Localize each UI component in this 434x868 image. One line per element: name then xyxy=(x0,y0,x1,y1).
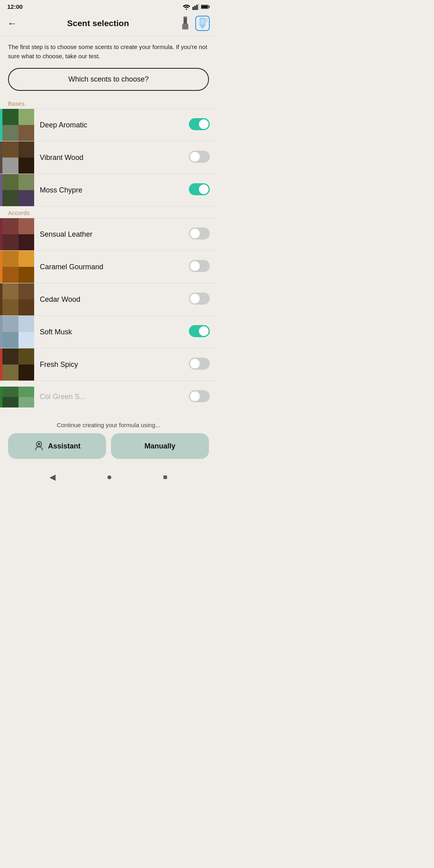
active-device-icon[interactable]: )) xyxy=(195,16,210,31)
scent-thumbnail xyxy=(0,109,34,141)
status-icons xyxy=(182,4,210,10)
toggle-cedar-wood[interactable] xyxy=(189,293,210,305)
svg-rect-4 xyxy=(198,4,199,10)
scent-thumbnail xyxy=(0,348,34,381)
scent-thumbnail xyxy=(0,283,34,315)
signal-icon xyxy=(192,4,199,10)
assistant-label: Assistant xyxy=(48,442,80,450)
svg-rect-6 xyxy=(209,6,209,7)
list-item: Vibrant Wood xyxy=(0,141,217,174)
manually-label: Manually xyxy=(144,442,175,450)
svg-point-0 xyxy=(186,8,187,10)
svg-rect-10 xyxy=(182,24,188,30)
toggle-fresh-spicy[interactable] xyxy=(189,358,210,370)
wifi-icon xyxy=(182,4,190,10)
scent-name: Cedar Wood xyxy=(34,295,189,304)
svg-rect-3 xyxy=(196,4,197,10)
toggle-deep-aromatic[interactable] xyxy=(189,118,210,130)
page-title: Scent selection xyxy=(17,18,179,28)
scent-thumbnail xyxy=(0,251,34,283)
list-item: Sensual Leather xyxy=(0,218,217,250)
toggle-sensual-leather[interactable] xyxy=(189,227,210,240)
list-item: Moss Chypre xyxy=(0,174,217,207)
svg-rect-1 xyxy=(192,7,194,10)
toggle-container[interactable] xyxy=(189,183,217,197)
svg-point-19 xyxy=(38,443,40,445)
list-item: Col Green S... xyxy=(0,381,217,413)
scent-name: Soft Musk xyxy=(34,328,189,336)
header-actions: )) xyxy=(179,16,210,31)
diffuser-device-icon[interactable] xyxy=(179,16,191,30)
toggle-soft-musk[interactable] xyxy=(189,325,210,337)
back-button[interactable]: ← xyxy=(7,18,17,29)
toggle-moss-chypre[interactable] xyxy=(189,183,210,195)
list-item: Fresh Spicy xyxy=(0,348,217,381)
header: ← Scent selection )) xyxy=(0,12,217,36)
nav-bar: ◀ ● ■ xyxy=(0,465,217,490)
svg-line-21 xyxy=(41,445,42,447)
accords-list: Sensual Leather Caramel Gourmand xyxy=(0,218,217,413)
toggle-container[interactable] xyxy=(189,151,217,164)
continue-text: Continue creating your formula using... xyxy=(8,417,209,433)
svg-rect-15 xyxy=(201,18,205,25)
svg-rect-2 xyxy=(194,6,196,10)
scent-thumbnail xyxy=(0,387,34,407)
toggle-container[interactable] xyxy=(189,260,217,274)
toggle-caramel-gourmand[interactable] xyxy=(189,260,210,272)
status-bar: 12:00 xyxy=(0,0,217,12)
nav-square-icon[interactable]: ■ xyxy=(163,473,168,481)
toggle-container[interactable] xyxy=(189,390,217,404)
battery-icon xyxy=(201,4,210,10)
scent-name: Col Green S... xyxy=(34,393,189,401)
bases-list: Deep Aromatic Vibrant Wood xyxy=(0,108,217,207)
toggle-container[interactable] xyxy=(189,227,217,241)
assistant-button[interactable]: Assistant xyxy=(8,433,106,459)
toggle-vibrant-wood[interactable] xyxy=(189,151,210,163)
svg-point-16 xyxy=(201,26,204,29)
scent-name: Caramel Gourmand xyxy=(34,263,189,271)
toggle-container[interactable] xyxy=(189,293,217,306)
toggle-container[interactable] xyxy=(189,358,217,371)
manually-button[interactable]: Manually xyxy=(111,433,209,459)
toggle-container[interactable] xyxy=(189,325,217,339)
nav-back-icon[interactable]: ◀ xyxy=(49,472,55,482)
scent-thumbnail xyxy=(0,141,34,174)
list-item: Caramel Gourmand xyxy=(0,250,217,283)
svg-text:)): )) xyxy=(206,18,208,22)
status-time: 12:00 xyxy=(7,3,23,10)
svg-rect-9 xyxy=(183,23,188,24)
toggle-col-green[interactable] xyxy=(189,390,210,402)
list-item: Deep Aromatic xyxy=(0,108,217,141)
scent-name: Moss Chypre xyxy=(34,186,189,194)
scent-thumbnail xyxy=(0,174,34,206)
which-scents-button[interactable]: Which scents to choose? xyxy=(8,68,209,91)
bottom-area: Continue creating your formula using... … xyxy=(0,413,217,465)
assistant-icon xyxy=(33,440,45,452)
scent-thumbnail xyxy=(0,316,34,348)
action-buttons: Assistant Manually xyxy=(8,433,209,465)
bases-section-header: Bases xyxy=(0,97,217,108)
svg-line-20 xyxy=(36,445,37,447)
list-item: Cedar Wood xyxy=(0,283,217,315)
scent-name: Fresh Spicy xyxy=(34,360,189,369)
svg-rect-7 xyxy=(201,5,208,8)
list-item: Soft Musk xyxy=(0,315,217,348)
scent-name: Vibrant Wood xyxy=(34,154,189,162)
scent-name: Deep Aromatic xyxy=(34,121,189,129)
nav-home-icon[interactable]: ● xyxy=(106,472,112,482)
description-text: The first step is to choose some scents … xyxy=(0,36,217,64)
scent-thumbnail xyxy=(0,218,34,250)
scent-name: Sensual Leather xyxy=(34,230,189,239)
svg-line-12 xyxy=(186,16,186,18)
accords-section-header: Accords xyxy=(0,207,217,218)
toggle-container[interactable] xyxy=(189,118,217,132)
